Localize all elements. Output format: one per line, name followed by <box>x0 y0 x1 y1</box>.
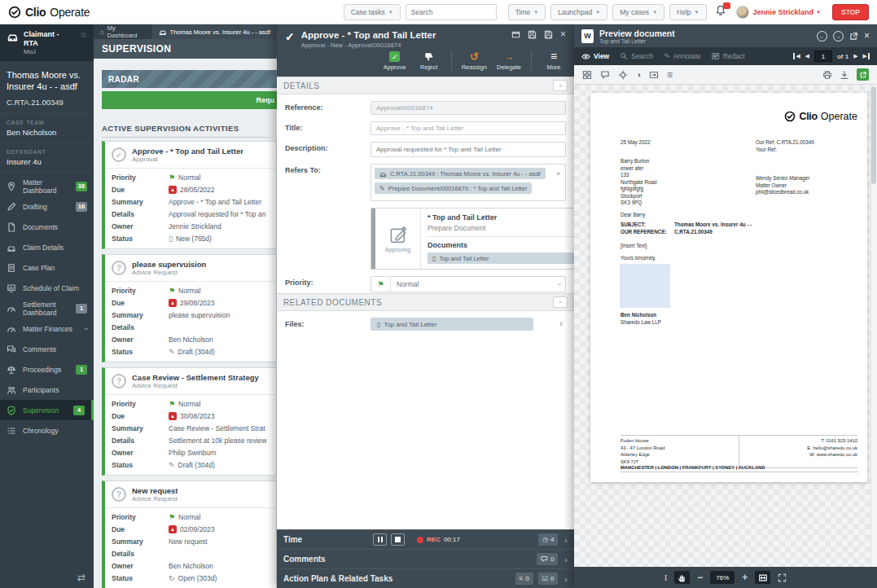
approve-button[interactable]: ✓Approve <box>383 51 407 71</box>
case-type-header[interactable]: Claimant - RTA MoJ ☆ <box>0 24 94 61</box>
select-zoom-icon[interactable] <box>618 70 628 80</box>
activities-section-title: ACTIVE SUPERVISION ACTIVITIES <box>102 124 270 138</box>
scrollbar[interactable] <box>870 85 877 567</box>
sidebar-collapse-icon[interactable]: ⇄ <box>77 572 86 583</box>
supervision-card[interactable]: ? please supervuisionAdvice Request Prio… <box>102 254 277 362</box>
sidebar-item-matter-finances[interactable]: Matter Finances› <box>0 318 94 339</box>
previous-document-button[interactable]: ← <box>817 31 827 42</box>
zoom-level[interactable]: 76% <box>710 571 734 584</box>
supervision-card[interactable]: ? New requestAdvice Request Priority⚑Nor… <box>102 480 277 588</box>
chevron-right-icon[interactable]: › <box>564 555 568 564</box>
avatar[interactable] <box>736 6 749 19</box>
my-cases-menu-button[interactable]: My cases▼ <box>612 4 664 20</box>
document-viewport[interactable]: ClioOperate 25 May 2022 Our Ref: C.RTA.2… <box>574 85 877 567</box>
collapse-button[interactable]: › <box>553 296 568 308</box>
sidebar-item-matter-dashboard[interactable]: Matter Dashboard38 <box>0 176 94 196</box>
tool-view[interactable]: View <box>581 52 609 61</box>
next-document-button[interactable]: → <box>833 31 844 42</box>
sidebar-item-drafting[interactable]: Drafting16 <box>0 196 94 217</box>
status-icon: ▯ <box>169 235 173 243</box>
search-input[interactable] <box>406 4 497 20</box>
delegate-button[interactable]: →Delegate <box>497 51 521 71</box>
menu-icon: ≡ <box>550 51 557 62</box>
dark-mode-icon[interactable]: ◑ <box>636 70 641 79</box>
open-external-icon[interactable] <box>849 32 858 41</box>
tool-redact[interactable]: Redact <box>712 52 745 60</box>
tool-search[interactable]: Search <box>620 52 653 60</box>
close-icon[interactable]: × <box>864 30 870 42</box>
download-icon[interactable] <box>840 70 849 80</box>
time-menu-button[interactable]: Time▼ <box>508 4 546 20</box>
comments-bar[interactable]: Comments 0 › <box>277 549 574 568</box>
tab-my-dashboard[interactable]: ⌂My Dashboard <box>94 24 152 39</box>
popout-window-icon[interactable] <box>511 30 520 39</box>
tab-matter[interactable]: Thomas Moore vs. Insurer 4u - - asdf <box>152 24 277 39</box>
save-icon[interactable] <box>528 30 537 39</box>
fullscreen-icon[interactable] <box>778 573 787 582</box>
sidebar-item-participants[interactable]: Participants <box>0 380 94 400</box>
request-button[interactable]: Requ <box>102 91 277 109</box>
approving-document-card[interactable]: Approving * Top and Tail Letter Prepare … <box>371 208 574 270</box>
reassign-button[interactable]: ↺Reassign <box>462 51 487 71</box>
sidebar-item-case-plan[interactable]: Case Plan <box>0 257 94 278</box>
launchpad-menu-button[interactable]: Launchpad▼ <box>550 4 607 20</box>
notifications-button[interactable] <box>715 5 726 20</box>
first-page-button[interactable]: ◀ <box>793 53 800 59</box>
previous-page-button[interactable]: ◀ <box>805 53 809 59</box>
print-icon[interactable] <box>822 70 832 80</box>
expand-chips-icon[interactable]: » <box>556 169 560 178</box>
sidebar-item-settlement-dashboard[interactable]: Settlement Dashboard1 <box>0 298 94 318</box>
supervision-card[interactable]: ✓ Approve - * Top and Tail LetterApprova… <box>102 141 277 249</box>
zoom-toolbar: I − 76% + <box>574 567 877 588</box>
stop-timer-button[interactable]: STOP <box>832 4 869 20</box>
pause-button[interactable] <box>373 533 387 546</box>
sidebar-item-proceedings[interactable]: Proceedings1 <box>0 359 94 380</box>
sidebar-item-claim-details[interactable]: Claim Details <box>0 237 94 257</box>
text-select-tool-icon[interactable]: I <box>664 573 668 582</box>
sidebar-item-supervision[interactable]: Supervision4 <box>0 400 94 420</box>
reject-button[interactable]: Reject <box>417 51 441 71</box>
file-chip[interactable]: ▯Top and Tail Letter <box>371 318 533 331</box>
pan-mode-icon[interactable] <box>649 70 659 80</box>
radar-section-header[interactable]: RADAR <box>102 70 277 88</box>
title-field[interactable] <box>371 121 566 135</box>
close-icon[interactable]: × <box>560 30 566 38</box>
sidebar-item-schedule-of-claim[interactable]: Schedule of Claim <box>0 278 94 298</box>
page-number-input[interactable]: 1 <box>814 50 832 62</box>
action-plan-bar[interactable]: Action Plan & Related Tasks ≡0 ☑0 › <box>277 568 574 588</box>
sidebar-item-documents[interactable]: Documents <box>0 217 94 237</box>
thumbnails-icon[interactable] <box>582 70 592 80</box>
refers-to-chip[interactable]: C.RTA.21.00349 : Thomas Moore vs. Insure… <box>375 168 546 179</box>
more-button[interactable]: ≡More <box>542 51 566 71</box>
last-page-button[interactable]: ▶ <box>863 53 870 59</box>
priority-select[interactable]: ⚑ Normal › <box>371 276 566 292</box>
next-page-button[interactable]: ▶ <box>853 53 857 59</box>
description-field[interactable] <box>371 142 566 157</box>
time-bar[interactable]: Time REC00:17 ◷4 › <box>277 529 574 549</box>
case-tasks-button[interactable]: Case tasks▼ <box>344 4 401 20</box>
chevron-right-icon[interactable]: › <box>564 574 568 584</box>
layout-lines-icon[interactable]: ≡ <box>667 69 673 81</box>
sidebar-item-comments[interactable]: Comments <box>0 339 94 359</box>
comment-tool-icon[interactable] <box>600 70 610 80</box>
card-title: New request <box>132 486 178 495</box>
stop-recording-button[interactable] <box>391 533 405 546</box>
hand-tool-button[interactable] <box>674 571 690 584</box>
chevron-right-icon[interactable]: › <box>559 318 566 331</box>
zoom-out-button[interactable]: − <box>697 572 703 583</box>
zoom-in-button[interactable]: + <box>742 572 748 583</box>
star-icon[interactable]: ☆ <box>80 30 87 39</box>
sidebar-item-chronology[interactable]: Chronology <box>0 420 94 441</box>
help-menu-button[interactable]: Help▼ <box>669 4 706 20</box>
recording-dot-icon <box>417 537 423 543</box>
tool-annotate[interactable]: ✎Annotate <box>664 52 701 60</box>
open-in-new-button[interactable] <box>857 68 869 81</box>
user-menu[interactable]: Jennie Strickland▼ <box>753 8 821 16</box>
save-and-close-icon[interactable] <box>544 30 553 39</box>
refers-to-chip[interactable]: ✎Prepare Document/00016870 : * Top and T… <box>375 182 532 194</box>
supervision-card[interactable]: ? Case Review - Settlement StrategyAdvic… <box>102 367 277 476</box>
collapse-button[interactable]: › <box>553 80 568 91</box>
chevron-right-icon[interactable]: › <box>564 535 568 545</box>
document-chip[interactable]: ▯Top and Tail Letter <box>428 252 574 264</box>
fit-width-button[interactable] <box>755 571 770 584</box>
